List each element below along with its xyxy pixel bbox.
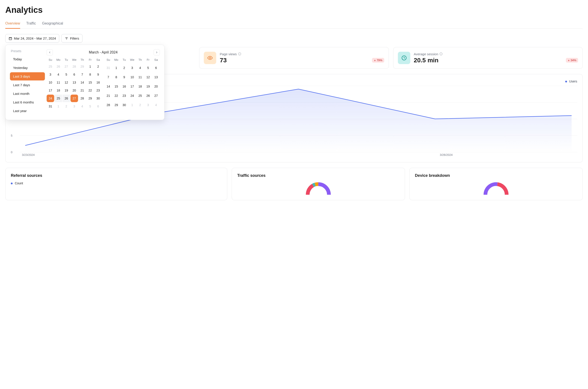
calendar-day[interactable]: 18 [136, 83, 144, 90]
calendar-day[interactable]: 6 [94, 102, 102, 110]
calendar-day[interactable]: 9 [94, 71, 102, 78]
next-month-button[interactable] [154, 49, 160, 56]
y-axis-label: 0 [11, 151, 12, 154]
calendar-day[interactable]: 4 [136, 64, 144, 72]
preset-today[interactable]: Today [10, 55, 45, 63]
calendar-day[interactable]: 24 [129, 92, 136, 99]
calendar-day[interactable]: 4 [78, 102, 86, 110]
preset-last-3-days[interactable]: Last 3 days [10, 72, 45, 80]
calendar-day[interactable]: 17 [47, 87, 54, 94]
tab-geographical[interactable]: Geographical [42, 19, 63, 29]
calendar-day[interactable]: 27 [152, 92, 160, 99]
calendar-day[interactable]: 20 [152, 83, 160, 90]
calendar-day[interactable]: 14 [104, 83, 112, 90]
calendar-day[interactable]: 28 [78, 95, 86, 102]
calendar-day[interactable]: 13 [70, 79, 78, 86]
preset-yesterday[interactable]: Yesterday [10, 64, 45, 72]
card-title-traffic: Traffic sources [237, 173, 399, 178]
preset-last-year[interactable]: Last year [10, 107, 45, 115]
calendar-day[interactable]: 23 [121, 92, 128, 99]
calendar-day[interactable]: 14 [78, 79, 86, 86]
calendar-day[interactable]: 5 [63, 71, 70, 78]
calendar-day[interactable]: 1 [55, 102, 62, 110]
calendar-day[interactable]: 5 [144, 64, 152, 72]
calendar-day[interactable]: 3 [70, 102, 78, 110]
device-donut-chart [478, 181, 514, 195]
device-breakdown-card: Device breakdown [409, 168, 583, 200]
calendar-day[interactable]: 25 [136, 92, 144, 99]
calendar-day[interactable]: 6 [70, 71, 78, 78]
calendar-day[interactable]: 28 [70, 63, 78, 70]
date-range-button[interactable]: Mar 24, 2024 - Mar 27, 2024 [5, 34, 59, 43]
calendar-day[interactable]: 26 [63, 95, 70, 102]
calendar-day[interactable]: 22 [113, 92, 120, 99]
calendar-day[interactable]: 30 [121, 101, 128, 109]
info-icon[interactable] [439, 52, 443, 56]
calendar-day[interactable]: 19 [144, 83, 152, 90]
calendar-day[interactable]: 29 [78, 63, 86, 70]
calendar-day[interactable]: 7 [104, 73, 112, 81]
calendar-day[interactable]: 8 [113, 73, 120, 81]
calendar-day[interactable]: 2 [94, 63, 102, 70]
calendar-day[interactable]: 9 [121, 73, 128, 81]
calendar-day[interactable]: 31 [104, 64, 112, 72]
calendar-day[interactable]: 27 [70, 95, 78, 102]
calendar-day[interactable]: 26 [55, 63, 62, 70]
calendar-day[interactable]: 22 [86, 87, 94, 94]
calendar-day[interactable]: 1 [129, 101, 136, 109]
calendar-day[interactable]: 11 [55, 79, 62, 86]
calendar-day[interactable]: 2 [136, 101, 144, 109]
calendar-day[interactable]: 28 [104, 101, 112, 109]
dow-label: Tu [121, 58, 128, 64]
calendar-day[interactable]: 12 [144, 73, 152, 81]
calendar-day[interactable]: 21 [78, 87, 86, 94]
tab-traffic[interactable]: Traffic [26, 19, 36, 29]
x-axis-label: 3/23/2024 [22, 153, 35, 157]
calendar-day[interactable]: 27 [63, 63, 70, 70]
calendar-day[interactable]: 4 [152, 101, 160, 109]
calendar-day[interactable]: 8 [86, 71, 94, 78]
calendar-day[interactable]: 2 [121, 64, 128, 72]
calendar-day[interactable]: 6 [152, 64, 160, 72]
calendar-day[interactable]: 10 [129, 73, 136, 81]
calendar-day[interactable]: 3 [144, 101, 152, 109]
calendar-day[interactable]: 26 [144, 92, 152, 99]
calendar-day[interactable]: 2 [63, 102, 70, 110]
calendar-day[interactable]: 17 [129, 83, 136, 90]
calendar-day[interactable]: 23 [94, 87, 102, 94]
preset-last-7-days[interactable]: Last 7 days [10, 81, 45, 89]
calendar-day[interactable]: 20 [70, 87, 78, 94]
calendar-day[interactable]: 3 [47, 71, 54, 78]
calendar-day[interactable]: 25 [55, 95, 62, 102]
tab-overview[interactable]: Overview [5, 19, 20, 29]
calendar-day[interactable]: 12 [63, 79, 70, 86]
calendar-day[interactable]: 15 [113, 83, 120, 90]
calendar-day[interactable]: 30 [94, 95, 102, 102]
calendar-day[interactable]: 11 [136, 73, 144, 81]
calendar-day[interactable]: 13 [152, 73, 160, 81]
prev-month-button[interactable] [47, 49, 53, 56]
calendar-day[interactable]: 4 [55, 71, 62, 78]
calendar-day[interactable]: 19 [63, 87, 70, 94]
dow-label: Sa [152, 58, 160, 64]
info-icon[interactable] [238, 52, 241, 56]
calendar-day[interactable]: 1 [113, 64, 120, 72]
calendar-day[interactable]: 18 [55, 87, 62, 94]
calendar-day[interactable]: 10 [47, 79, 54, 86]
calendar-day[interactable]: 16 [94, 79, 102, 86]
calendar-day[interactable]: 29 [86, 95, 94, 102]
calendar-day[interactable]: 24 [47, 95, 54, 102]
preset-last-6-months[interactable]: Last 6 months [10, 98, 45, 106]
calendar-day[interactable]: 15 [86, 79, 94, 86]
calendar-day[interactable]: 3 [129, 64, 136, 72]
calendar-day[interactable]: 7 [78, 71, 86, 78]
filters-button[interactable]: Filters [62, 34, 82, 43]
calendar-day[interactable]: 25 [47, 63, 54, 70]
calendar-day[interactable]: 31 [47, 102, 54, 110]
preset-last-month[interactable]: Last month [10, 90, 45, 98]
calendar-day[interactable]: 29 [113, 101, 120, 109]
calendar-day[interactable]: 5 [86, 102, 94, 110]
calendar-day[interactable]: 21 [104, 92, 112, 99]
calendar-day[interactable]: 1 [86, 63, 94, 70]
calendar-day[interactable]: 16 [121, 83, 128, 90]
